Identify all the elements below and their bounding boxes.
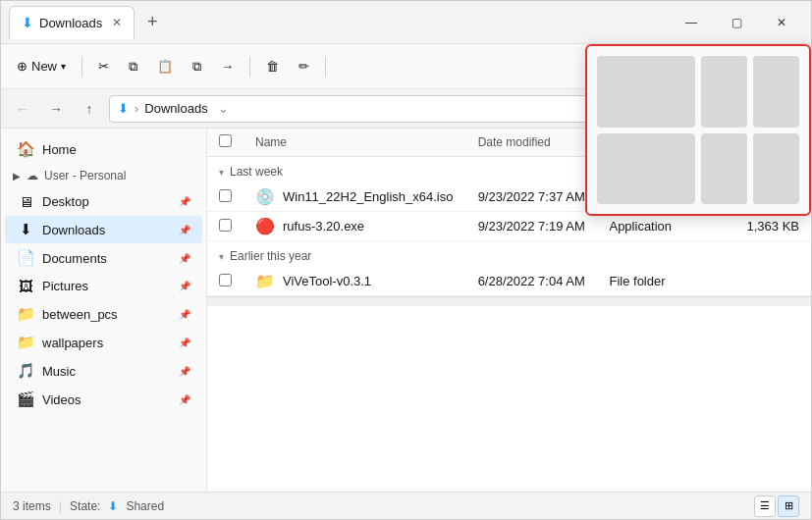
view-toggle-buttons: ☰ ⊞ (754, 495, 799, 517)
music-icon: 🎵 (17, 362, 34, 380)
sidebar: 🏠 Home ▶ ☁ User - Personal 🖥 Desktop 📌 ⬇… (1, 129, 207, 492)
file-type-icon: 💿 (255, 187, 275, 206)
up-icon: ↑ (86, 101, 93, 117)
snap-cell-bottom-3[interactable] (701, 133, 747, 205)
detail-view-button[interactable]: ⊞ (778, 495, 799, 517)
home-icon: 🏠 (17, 140, 34, 158)
date-column-header[interactable]: Date modified (466, 129, 598, 157)
file-date-cell: 9/23/2022 7:19 AM (466, 212, 598, 241)
list-view-button[interactable]: ☰ (754, 495, 776, 517)
file-size-cell: 1,363 KB (710, 212, 811, 241)
address-path: Downloads (144, 101, 207, 116)
file-name-cell: 📁 ViVeTool-v0.3.1 (244, 267, 466, 296)
copy2-icon: ⧉ (192, 59, 201, 75)
copy-button[interactable]: ⧉ (121, 54, 145, 79)
snap-cell-top-4[interactable] (753, 56, 799, 128)
file-checkbox-cell[interactable] (207, 182, 244, 212)
new-chevron-icon: ▾ (61, 61, 66, 72)
sidebar-group-user[interactable]: ▶ ☁ User - Personal (5, 165, 202, 186)
file-type-cell: Application (597, 212, 709, 241)
toolbar-separator-1 (81, 57, 82, 77)
sidebar-item-home[interactable]: 🏠 Home (5, 135, 202, 163)
table-row[interactable]: 🔴 rufus-3.20.exe 9/23/2022 7:19 AM Appli… (207, 212, 811, 241)
between-pcs-icon: 📁 (17, 305, 34, 323)
videos-pin-icon: 📌 (179, 394, 190, 405)
sidebar-item-downloads[interactable]: ⬇ Downloads 📌 (5, 216, 202, 243)
delete-button[interactable]: 🗑 (258, 54, 287, 78)
toolbar-separator-2 (249, 57, 250, 77)
desktop-pin-icon: 📌 (179, 196, 190, 207)
delete-icon: 🗑 (266, 59, 279, 74)
section-chevron-icon: ▾ (219, 251, 224, 262)
file-checkbox[interactable] (219, 189, 232, 202)
close-button[interactable]: ✕ (760, 7, 803, 38)
horizontal-scrollbar[interactable] (207, 296, 811, 306)
file-checkbox[interactable] (219, 219, 232, 232)
table-row[interactable]: 📁 ViVeTool-v0.3.1 6/28/2022 7:04 AM File… (207, 267, 811, 296)
snap-cell-bottom-4[interactable] (753, 133, 799, 205)
titlebar: ⬇ Downloads ✕ + — ▢ ✕ (1, 1, 811, 44)
file-name: Win11_22H2_English_x64.iso (283, 189, 453, 204)
new-icon: ⊕ (17, 59, 27, 74)
cut-button[interactable]: ✂ (90, 54, 117, 78)
snap-cell-top-3[interactable] (701, 56, 747, 128)
wallpapers-icon: 📁 (17, 334, 34, 351)
between-pcs-pin-icon: 📌 (179, 309, 190, 320)
sidebar-item-desktop[interactable]: 🖥 Desktop 📌 (5, 188, 202, 215)
file-type-icon: 🔴 (255, 217, 275, 235)
file-type-icon: 📁 (255, 272, 275, 290)
item-count: 3 items (13, 499, 51, 513)
address-chevron-icon: ⌄ (218, 101, 229, 116)
up-button[interactable]: ↑ (76, 95, 103, 123)
sidebar-home-label: Home (42, 142, 190, 157)
move-button[interactable]: → (213, 54, 242, 78)
state-label: State: (70, 499, 100, 513)
copy-icon: ⧉ (129, 59, 137, 75)
snap-overlay[interactable] (585, 44, 811, 216)
forward-button[interactable]: → (42, 95, 70, 123)
checkbox-header[interactable] (207, 129, 244, 157)
wallpapers-pin-icon: 📌 (179, 338, 190, 348)
file-name: rufus-3.20.exe (283, 219, 364, 234)
sidebar-videos-label: Videos (42, 392, 171, 407)
tab-downloads-icon: ⬇ (22, 15, 33, 30)
snap-cell-wide-bottom[interactable] (597, 133, 695, 205)
window-controls: — ▢ ✕ (670, 7, 803, 38)
new-tab-button[interactable]: + (138, 9, 166, 36)
file-checkbox-cell[interactable] (207, 267, 244, 296)
sidebar-item-videos[interactable]: 🎬 Videos 📌 (5, 386, 202, 413)
section-label: Earlier this year (230, 249, 311, 263)
select-all-checkbox[interactable] (219, 134, 232, 147)
sidebar-item-wallpapers[interactable]: 📁 wallpapers 📌 (5, 329, 202, 356)
file-name: ViVeTool-v0.3.1 (283, 274, 371, 288)
file-name-cell: 🔴 rufus-3.20.exe (244, 212, 466, 241)
file-name-cell: 💿 Win11_22H2_English_x64.iso (244, 182, 466, 212)
sidebar-item-documents[interactable]: 📄 Documents 📌 (5, 244, 202, 272)
snap-cell-wide-top[interactable] (597, 56, 695, 128)
name-column-header[interactable]: Name (244, 129, 466, 157)
file-date-cell: 9/23/2022 7:37 AM (466, 182, 598, 212)
maximize-button[interactable]: ▢ (715, 7, 758, 38)
minimize-button[interactable]: — (670, 7, 713, 38)
sidebar-item-music[interactable]: 🎵 Music 📌 (5, 357, 202, 385)
pictures-icon: 🖼 (17, 278, 34, 294)
tab-close-button[interactable]: ✕ (112, 16, 122, 29)
group-cloud-icon: ☁ (27, 169, 38, 182)
paste-button[interactable]: 📋 (149, 54, 181, 78)
downloads-tab[interactable]: ⬇ Downloads ✕ (9, 6, 135, 39)
copy2-button[interactable]: ⧉ (185, 54, 209, 79)
rename-button[interactable]: ✏ (291, 54, 317, 78)
sidebar-item-pictures[interactable]: 🖼 Pictures 📌 (5, 273, 202, 299)
cut-icon: ✂ (98, 59, 109, 74)
downloads-pin-icon: 📌 (179, 225, 190, 235)
file-checkbox-cell[interactable] (207, 212, 244, 241)
new-button[interactable]: ⊕ New ▾ (9, 54, 74, 78)
paste-icon: 📋 (157, 59, 173, 74)
back-button[interactable]: ← (9, 95, 36, 123)
statusbar-sep: | (59, 498, 62, 513)
file-size-cell (710, 267, 811, 296)
section-header-earlier-this-year: ▾Earlier this year (207, 241, 811, 268)
sidebar-item-between-pcs[interactable]: 📁 between_pcs 📌 (5, 300, 202, 328)
new-label: New (31, 59, 57, 74)
file-checkbox[interactable] (219, 274, 232, 286)
